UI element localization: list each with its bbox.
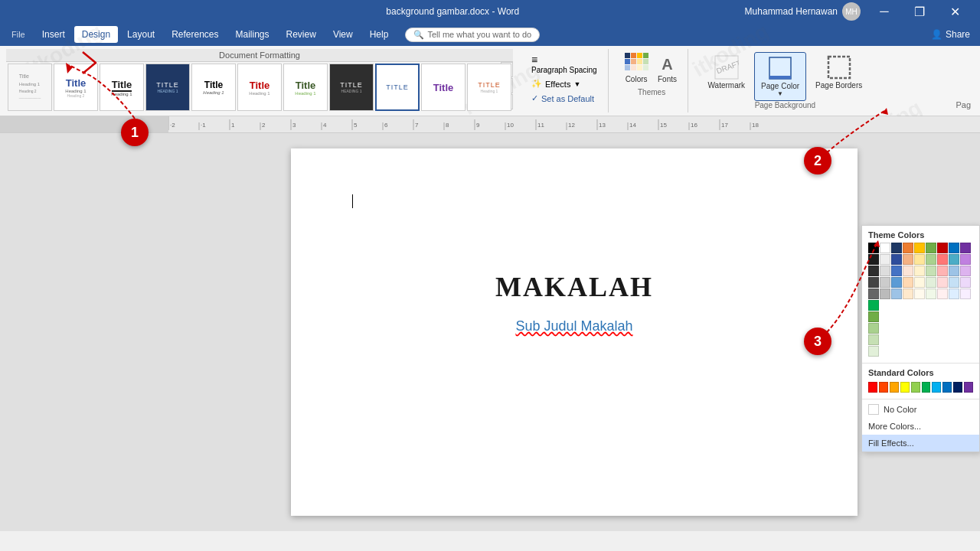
menu-insert[interactable]: Insert: [34, 26, 73, 43]
std-cell-light-blue[interactable]: [932, 382, 941, 393]
fonts-button[interactable]: A Fonts: [654, 52, 681, 85]
tc-cell[interactable]: [868, 311, 879, 322]
menu-view[interactable]: View: [325, 26, 361, 43]
tc-cell[interactable]: [914, 254, 925, 265]
style-thumb-2[interactable]: Title Heading 1: [100, 64, 144, 111]
tc-cell[interactable]: [926, 277, 936, 288]
tc-cell[interactable]: [891, 254, 902, 265]
menu-mailings[interactable]: Mailings: [228, 26, 277, 43]
colors-fonts-row: Colors A Fonts: [622, 52, 681, 85]
std-cell-dark-blue[interactable]: [953, 382, 962, 393]
tc-cell[interactable]: [868, 323, 879, 334]
close-button[interactable]: ✕: [937, 0, 972, 23]
tc-cell[interactable]: [903, 243, 913, 253]
style-thumb-6[interactable]: Title Heading 1: [283, 64, 328, 111]
style-thumb-7[interactable]: TITLE HEADING 1: [329, 64, 374, 111]
tc-cell[interactable]: [880, 243, 890, 253]
tc-cell[interactable]: [960, 254, 971, 265]
watermark-button[interactable]: DRAFT Watermark: [702, 52, 752, 93]
tc-cell[interactable]: [891, 243, 902, 253]
tc-cell[interactable]: [926, 266, 936, 276]
effects-button[interactable]: ✨ Effects ▼: [527, 77, 602, 90]
paragraph-spacing-button[interactable]: ≡ Paragraph Spacing: [527, 52, 602, 76]
std-cell-yellow[interactable]: [900, 382, 910, 393]
tc-cell[interactable]: [949, 277, 959, 288]
style-thumb-10[interactable]: TITLE Heading 1: [467, 64, 511, 111]
tc-cell[interactable]: [926, 289, 936, 299]
tc-cell[interactable]: [868, 277, 879, 288]
page-borders-button[interactable]: Page Borders: [809, 52, 868, 93]
tc-cell[interactable]: [903, 254, 913, 265]
tc-cell[interactable]: [903, 289, 913, 299]
tc-cell[interactable]: [937, 243, 948, 253]
user-profile[interactable]: Muhammad Hernawan MH: [745, 2, 861, 21]
no-color-option[interactable]: No Color: [862, 401, 979, 418]
tc-cell[interactable]: [960, 243, 971, 253]
style-thumb-0[interactable]: TitleHeading 1Heading 2────────: [8, 64, 52, 111]
restore-button[interactable]: ❐: [902, 0, 937, 23]
style-thumb-5[interactable]: Title Heading 1: [237, 64, 282, 111]
tc-cell[interactable]: [937, 277, 948, 288]
tc-cell[interactable]: [868, 254, 879, 265]
std-cell-red[interactable]: [868, 382, 877, 393]
std-cell-blue[interactable]: [942, 382, 952, 393]
tc-cell[interactable]: [868, 346, 879, 357]
tc-cell[interactable]: [868, 243, 879, 253]
menu-references[interactable]: References: [164, 26, 226, 43]
tc-cell[interactable]: [880, 254, 890, 265]
tc-cell[interactable]: [868, 289, 879, 299]
tc-cell[interactable]: [903, 277, 913, 288]
menu-help[interactable]: Help: [362, 26, 397, 43]
tc-cell[interactable]: [937, 289, 948, 299]
tc-cell[interactable]: [903, 266, 913, 276]
tc-cell[interactable]: [926, 254, 936, 265]
menu-review[interactable]: Review: [279, 26, 324, 43]
tc-cell[interactable]: [868, 300, 879, 311]
std-cell-green[interactable]: [922, 382, 931, 393]
style-thumb-9[interactable]: Title: [421, 64, 466, 111]
tc-cell[interactable]: [880, 277, 890, 288]
colors-button[interactable]: Colors: [622, 52, 651, 85]
std-cell-orange-red[interactable]: [879, 382, 888, 393]
std-cell-purple[interactable]: [964, 382, 973, 393]
share-button[interactable]: 👤 Share: [925, 26, 976, 43]
std-cell-light-green[interactable]: [911, 382, 920, 393]
tc-cell[interactable]: [914, 277, 925, 288]
tc-cell[interactable]: [880, 289, 890, 299]
tc-cell[interactable]: [868, 334, 879, 345]
tc-cell[interactable]: [914, 243, 925, 253]
minimize-button[interactable]: ─: [867, 0, 902, 23]
style-thumb-3[interactable]: TITLE HEADING 1: [145, 64, 190, 111]
set-as-default-button[interactable]: ✓ Set as Default: [527, 92, 602, 105]
fill-effects-option[interactable]: Fill Effects...: [862, 435, 979, 452]
tc-cell[interactable]: [960, 277, 971, 288]
tc-cell[interactable]: [868, 266, 879, 276]
tc-cell[interactable]: [880, 266, 890, 276]
more-colors-option[interactable]: More Colors...: [862, 418, 979, 435]
menu-file[interactable]: File: [4, 27, 33, 42]
tc-cell[interactable]: [949, 289, 959, 299]
page-color-button[interactable]: Page Color ▼: [754, 52, 806, 101]
tc-cell[interactable]: [891, 289, 902, 299]
tc-cell[interactable]: [960, 289, 971, 299]
tc-cell[interactable]: [949, 254, 959, 265]
tc-cell[interactable]: [914, 289, 925, 299]
tc-cell[interactable]: [960, 266, 971, 276]
tc-cell[interactable]: [926, 243, 936, 253]
style-thumb-8[interactable]: TITLE: [375, 64, 420, 111]
svg-rect-2: [769, 57, 791, 79]
tell-me-input[interactable]: 🔍 Tell me what you want to do: [405, 28, 540, 42]
style-thumb-4[interactable]: Title Heading 1: [191, 64, 236, 111]
tc-cell[interactable]: [891, 266, 902, 276]
style-thumb-1[interactable]: Title Heading 1 Heading 2: [54, 64, 98, 111]
tc-cell[interactable]: [914, 266, 925, 276]
tc-cell[interactable]: [891, 277, 902, 288]
menu-design[interactable]: Design: [74, 26, 118, 43]
menu-layout[interactable]: Layout: [119, 26, 162, 43]
tc-cell[interactable]: [949, 243, 959, 253]
tc-cell[interactable]: [937, 266, 948, 276]
std-cell-orange[interactable]: [890, 382, 899, 393]
tc-cell[interactable]: [937, 254, 948, 265]
document-canvas[interactable]: MAKALAH Sub Judul Makalah: [168, 133, 980, 531]
tc-cell[interactable]: [949, 266, 959, 276]
